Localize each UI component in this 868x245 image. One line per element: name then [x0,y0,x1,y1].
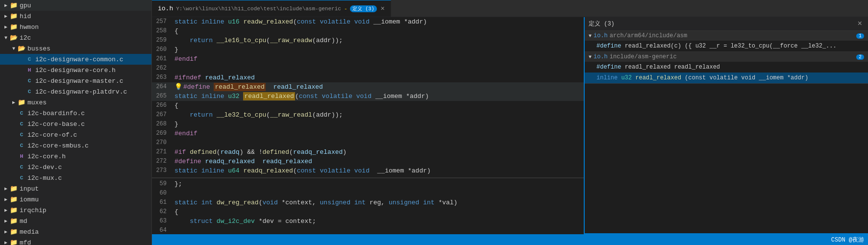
expand-arrow-icon: ▼ [589,33,592,39]
spacer [10,163,18,171]
editor-content: 257 static inline u16 readw_relaxed(cons… [152,17,868,234]
folder-icon: 📁 [10,206,18,214]
peek-group-arm64-header[interactable]: ▼ io.h arch/arm64/include/asm 1 [585,31,868,41]
sidebar-item-i2c[interactable]: ▼ 📂 i2c [0,32,151,43]
peek-title: 定义 (3) [589,20,615,28]
sidebar-item-i2c-core-smbus[interactable]: C i2c-core-smbus.c [0,140,151,151]
folder-icon: 📂 [18,45,25,52]
arrow-icon: ▼ [10,45,18,52]
sidebar-item-i2c-designware-common[interactable]: C i2c-designware-common.c [0,54,151,65]
sidebar-item-mfd[interactable]: ▶ 📁 mfd [0,237,151,245]
peek-group-asm-generic: ▼ io.h include/asm-generic 2 #define rea… [585,52,868,84]
folder-icon: 📁 [10,239,18,245]
sidebar-item-i2c-core-base[interactable]: C i2c-core-base.c [0,119,151,129]
spacer [10,131,18,139]
sidebar-item-label: i2c-dev.c [27,164,62,171]
folder-icon: 📁 [10,23,18,31]
sidebar-item-md[interactable]: ▶ 📁 md [0,216,151,226]
sidebar-item-i2c-boardinfo[interactable]: C i2c-boardinfo.c [0,108,151,119]
sidebar-item-i2c-dev[interactable]: C i2c-dev.c [0,162,151,172]
arrow-icon: ▶ [2,228,10,236]
sidebar-item-label: irqchip [20,207,47,214]
sidebar-item-i2c-designware-core[interactable]: H i2c-designware-core.h [0,65,151,75]
sidebar-item-label: md [20,218,27,225]
sidebar-item-muxes[interactable]: ▶ 📁 muxes [0,97,151,108]
sidebar-item-label: hid [20,13,31,20]
sidebar-item-label: muxes [27,99,47,106]
c-icon: C [18,142,25,149]
tab-badge: 定义 (3) [350,5,376,12]
sidebar-item-label: i2c-boardinfo.c [27,110,85,117]
sidebar-item-label: i2c-designware-platdrv.c [35,88,127,96]
sidebar-item-hid[interactable]: ▶ 📁 hid [0,11,151,22]
sidebar-item-label: busses [27,45,50,52]
c-icon: C [18,163,25,171]
sidebar-item-media[interactable]: ▶ 📁 media [0,226,151,237]
tab-close-button[interactable]: × [381,5,385,13]
sidebar-item-label: media [20,228,39,236]
sidebar-item-i2c-mux[interactable]: C i2c-mux.c [0,172,151,183]
peek-header: 定义 (3) × [585,17,868,31]
spacer [10,152,18,160]
peek-item-text: inline u32 readl_relaxed (const volatile… [596,74,864,81]
peek-item-asm-1[interactable]: #define readl_relaxed readl_relaxed [585,62,868,73]
peek-group-path: include/asm-generic [610,53,677,60]
sidebar-item-gpu[interactable]: ▶ 📁 gpu [0,0,151,11]
spacer [10,174,18,182]
sidebar-item-irqchip[interactable]: ▶ 📁 irqchip [0,205,151,216]
sidebar-item-label: gpu [20,2,31,9]
peek-group-label: io.h [594,53,608,60]
c-icon: C [25,77,33,85]
tab-bar: io.h Y:\work\linux\h11\h11_code\test\inc… [152,0,868,17]
peek-item-arm64-1[interactable]: #define readl_relaxed(c) ({ u32 __r = le… [585,41,868,51]
peek-definition-panel: 定义 (3) × ▼ io.h arch/arm64/include/asm 1… [584,17,868,234]
folder-icon: 📁 [10,1,18,9]
sidebar-item-i2c-designware-master[interactable]: C i2c-designware-master.c [0,75,151,86]
folder-icon: 📁 [10,217,18,225]
peek-results-list: ▼ io.h arch/arm64/include/asm 1 #define … [585,31,868,233]
arrow-icon: ▶ [2,12,10,20]
sidebar-item-label: i2c-core-base.c [27,121,85,128]
sidebar-item-label: mfd [20,239,31,245]
peek-group-asm-generic-header[interactable]: ▼ io.h include/asm-generic 2 [585,52,868,62]
tab-filename: io.h [158,5,173,12]
c-icon: C [18,174,25,182]
peek-close-button[interactable]: × [855,20,864,28]
sidebar-item-label: i2c-mux.c [27,174,62,182]
folder-icon: 📂 [10,34,18,42]
peek-group-label: io.h [594,32,608,39]
arrow-icon: ▶ [2,239,10,245]
sidebar-item-iommu[interactable]: ▶ 📁 iommu [0,194,151,205]
peek-group-badge: 2 [856,54,864,60]
sidebar-item-label: hwmon [20,24,39,31]
sidebar-item-i2c-core-h[interactable]: H i2c-core.h [0,151,151,162]
sidebar-item-label: i2c [20,34,31,42]
arrow-icon: ▶ [2,217,10,225]
c-icon: C [25,88,33,96]
folder-icon: 📁 [10,228,18,236]
sidebar-item-input[interactable]: ▶ 📁 input [0,183,151,194]
expand-arrow-icon: ▼ [589,54,592,60]
editor-main: io.h Y:\work\linux\h11\h11_code\test\inc… [152,0,868,245]
sidebar-item-hwmon[interactable]: ▶ 📁 hwmon [0,22,151,32]
sidebar-item-i2c-core-of[interactable]: C i2c-core-of.c [0,129,151,140]
spacer [18,77,25,85]
arrow-icon: ▶ [2,1,10,9]
sidebar-item-label: i2c-core-of.c [27,131,77,139]
c-icon: C [18,131,25,139]
sidebar-item-label: i2c-designware-master.c [35,77,123,85]
sidebar-item-busses[interactable]: ▼ 📂 busses [0,43,151,54]
sidebar-item-i2c-designware-platdrv[interactable]: C i2c-designware-platdrv.c [0,86,151,97]
arrow-icon: ▶ [10,98,18,106]
arrow-icon: ▶ [2,23,10,31]
arrow-icon: ▼ [2,34,10,42]
folder-icon: 📁 [10,196,18,203]
peek-item-asm-2[interactable]: inline u32 readl_relaxed (const volatile… [585,73,868,83]
c-icon: C [18,120,25,128]
active-tab[interactable]: io.h Y:\work\linux\h11\h11_code\test\inc… [152,0,391,17]
sidebar-item-label: iommu [20,196,39,203]
status-bar: CSDN @夜游 [152,234,868,245]
sidebar-item-label: i2c-designware-core.h [35,67,116,74]
sidebar-item-label: i2c-core-smbus.c [27,142,89,149]
arrow-icon: ▶ [2,185,10,193]
